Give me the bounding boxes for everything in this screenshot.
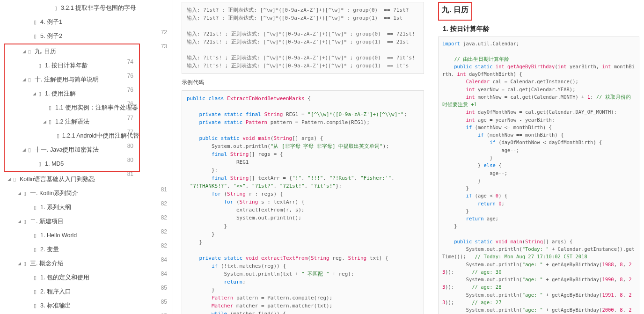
toc-label: 3. 标准输出 (40, 302, 71, 310)
bookmark-icon: ▯ (37, 63, 43, 69)
code-block-extract: public class ExtractEnWordBetweenMarks {… (182, 90, 424, 314)
bookmark-icon: ▯ (32, 303, 38, 309)
toc-label: 1. 按日计算年龄 (45, 62, 88, 70)
toc-page-number: 73 (161, 43, 167, 50)
toc-label: 二. 新建项目 (30, 218, 64, 226)
bookmark-icon: ▯ (11, 176, 18, 183)
toc-label: 1. 包的定义和使用 (40, 274, 89, 282)
toc-item[interactable]: ▯1. MD581 (5, 157, 139, 171)
bookmark-icon: ▯ (32, 19, 38, 25)
toc-label: 1. 使用注解 (45, 90, 76, 98)
toc-label: 十一. Java使用加密算法 (35, 146, 99, 154)
bookmark-icon: ▯ (37, 161, 43, 167)
code-block-calendar: import java.util.Calendar; // 由出生日期计算年龄 … (438, 37, 639, 314)
expand-icon[interactable]: ◢ (17, 261, 22, 266)
toc-label: 1.2 注解语法 (55, 118, 89, 126)
toc-label: 1. Hello World (40, 232, 77, 239)
expand-icon[interactable]: ◢ (17, 219, 22, 224)
io-examples-block: 输入: ?1st? ; 正则表达式: [^\w]*([0-9a-zA-Z']+)… (182, 2, 424, 74)
toc-item[interactable]: ◢▯二. 新建项目82 (0, 214, 173, 228)
content-middle: 输入: ?1st? ; 正则表达式: [^\w]*([0-9a-zA-Z']+)… (173, 0, 433, 314)
toc-item[interactable]: ◢▯1. 使用注解76 (5, 87, 139, 101)
toc-label: 1. MD5 (45, 161, 64, 167)
toc-label: 十. 注解使用与简单说明 (35, 76, 99, 84)
bookmark-icon: ▯ (52, 5, 59, 11)
page-root: ▯3.2.1 提取非字母包围的字母▯4. 例子172▯5. 例子273◢▯九. … (0, 0, 644, 314)
section-9-highlight: 九. 日历 (438, 2, 472, 21)
bookmark-icon: ▯ (32, 233, 38, 239)
expand-icon[interactable]: ◢ (22, 77, 26, 82)
toc-item[interactable]: ▯1. 包的定义和使用85 (0, 270, 173, 285)
expand-icon[interactable]: ◢ (42, 119, 47, 124)
toc-label: 2. 程序入口 (40, 288, 71, 296)
toc-item[interactable]: ◢▯十. 注解使用与简单说明76 (5, 73, 139, 87)
expand-icon[interactable]: ◢ (22, 49, 26, 54)
example-code-label: 示例代码 (182, 78, 424, 87)
expand-icon[interactable]: ◢ (22, 147, 26, 152)
bookmark-icon: ▯ (37, 91, 43, 97)
bookmark-icon: ▯ (47, 119, 53, 125)
bookmark-icon: ▯ (22, 190, 28, 197)
toc-item[interactable]: ▯5. 例子273 (0, 29, 173, 43)
toc-label: 1.2.1 Android中使用注解代替findViewById (62, 132, 139, 140)
section-9-sub: 1. 按日计算年龄 (443, 23, 639, 34)
toc-item[interactable]: ▯1.1 使用实例：注解事件处理器77 (5, 101, 139, 115)
toc-label: 5. 例子2 (40, 32, 62, 40)
toc-item[interactable]: ▯1. 系列大纲82 (0, 200, 173, 214)
bookmark-icon: ▯ (32, 275, 38, 281)
toc-highlight-group: ◢▯九. 日历74▯1. 按日计算年龄76◢▯十. 注解使用与简单说明76◢▯1… (4, 44, 140, 172)
toc-label: 一. Kotlin系列简介 (30, 190, 78, 197)
bookmark-icon: ▯ (26, 49, 33, 55)
content-right: 九. 日历 1. 按日计算年龄 import java.util.Calenda… (433, 0, 644, 314)
toc-item[interactable]: ◢▯三. 概念介绍84 (0, 256, 173, 270)
bookmark-icon: ▯ (32, 247, 38, 253)
bookmark-icon: ▯ (56, 133, 60, 139)
expand-icon[interactable]: ◢ (7, 177, 11, 182)
toc-label: 2. 变量 (40, 246, 59, 254)
toc-item[interactable]: ◢▯Kotlin语言基础从入门到熟悉81 (0, 172, 173, 186)
toc-label: 1. 系列大纲 (40, 204, 71, 212)
toc-item[interactable]: ▯1. 按日计算年龄76 (5, 58, 139, 73)
toc-item[interactable]: ▯3. 标准输出85 (0, 299, 173, 313)
bookmark-icon: ▯ (22, 261, 28, 267)
toc-item[interactable]: ▯4. 例子172 (0, 15, 173, 29)
toc-item[interactable]: ▯3.2.1 提取非字母包围的字母 (0, 1, 173, 15)
toc-label: 三. 概念介绍 (30, 260, 64, 268)
bookmark-icon: ▯ (32, 204, 38, 211)
section-9-title: 九. 日历 (439, 3, 471, 17)
toc-item[interactable]: ▯2. 程序入口85 (0, 285, 173, 299)
toc-item[interactable]: ◢▯一. Kotlin系列简介82 (0, 186, 173, 200)
toc-item[interactable]: ◢▯1.2 注解语法77 (5, 115, 139, 129)
toc-label: 4. 例子1 (40, 18, 62, 26)
toc-item[interactable]: ▯1.2.1 Android中使用注解代替findViewById80 (5, 129, 139, 143)
toc-item[interactable]: ◢▯九. 日历74 (5, 44, 139, 58)
expand-icon[interactable]: ◢ (17, 191, 22, 196)
toc-item[interactable]: ◢▯十一. Java使用加密算法80 (5, 143, 139, 157)
bookmark-icon: ▯ (26, 147, 33, 153)
toc-item[interactable]: ▯2. 变量84 (0, 242, 173, 256)
toc-label: 3.2.1 提取非字母包围的字母 (61, 4, 136, 12)
bookmark-icon: ▯ (32, 289, 38, 295)
bookmark-icon: ▯ (22, 219, 28, 225)
bookmark-icon: ▯ (32, 33, 38, 39)
toc-label: Kotlin语言基础从入门到熟悉 (20, 175, 95, 183)
toc-label: 1.1 使用实例：注解事件处理器 (55, 104, 138, 112)
toc-sidebar[interactable]: ▯3.2.1 提取非字母包围的字母▯4. 例子172▯5. 例子273◢▯九. … (0, 0, 173, 314)
bookmark-icon: ▯ (26, 77, 33, 83)
toc-item[interactable]: ▯1. Hello World82 (0, 228, 173, 242)
toc-label: 九. 日历 (35, 48, 56, 56)
expand-icon[interactable]: ◢ (32, 91, 37, 96)
bookmark-icon: ▯ (47, 105, 53, 111)
